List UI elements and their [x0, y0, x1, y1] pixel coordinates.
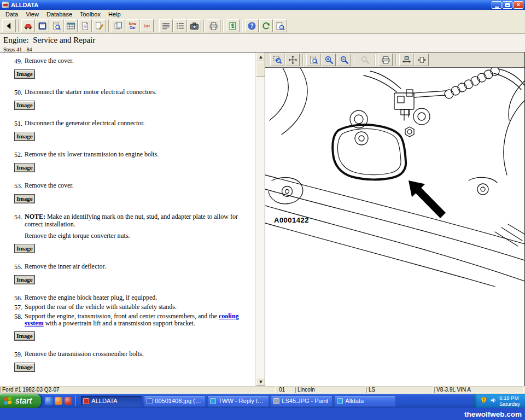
media-player-icon[interactable] — [55, 397, 62, 405]
zoom-page-icon[interactable] — [306, 54, 320, 66]
zoom-out-icon[interactable] — [337, 54, 351, 66]
note-label: NOTE: — [25, 213, 45, 220]
zoom-select-icon[interactable] — [270, 54, 284, 66]
zoom-in-icon[interactable] — [322, 54, 336, 66]
print-icon[interactable] — [207, 19, 220, 32]
show-desktop-icon[interactable] — [65, 397, 72, 405]
scroll-thumb[interactable] — [256, 62, 265, 77]
security-shield-icon[interactable] — [480, 396, 487, 406]
volume-icon[interactable] — [490, 396, 497, 406]
menu-database[interactable]: Database — [43, 10, 76, 18]
image-button[interactable]: Image — [14, 275, 35, 284]
page-subtitle: Steps 41 - 84 — [3, 46, 522, 52]
specifications-table-icon[interactable] — [64, 19, 78, 32]
watermark-text: thewolfweb.com — [464, 410, 522, 418]
app-icon — [2, 2, 9, 8]
step-text-segment: with a powertrain lift and a transmissio… — [44, 319, 195, 327]
toolbar-separator — [242, 20, 243, 32]
step-item: 53.Remove the cover. — [14, 182, 250, 190]
toolbar-separator — [302, 54, 304, 66]
maximize-button[interactable] — [503, 1, 512, 9]
status-make: Lincoln — [295, 387, 365, 393]
new-car-icon[interactable]: NewCar — [126, 19, 139, 32]
actual-size-icon[interactable] — [415, 54, 429, 66]
step-item: 50.Disconnect the starter motor electric… — [14, 89, 250, 97]
step-text-segment: Support the engine, transmission, front … — [25, 312, 219, 320]
status-bar: Ford #1 1982-03 Q2-0701LincolnLSV8-3.9L … — [0, 386, 525, 394]
pages-icon[interactable] — [112, 19, 125, 32]
figures-icon[interactable] — [188, 19, 201, 32]
notes-icon[interactable] — [92, 19, 106, 32]
image-button[interactable]: Image — [14, 132, 35, 141]
image-toolbar — [265, 52, 524, 68]
taskbar-tasks: ALLDATA00501408.jpg (JPEG ...TWW - Reply… — [79, 395, 396, 407]
step-text: Remove the transmission crossmember bolt… — [25, 351, 250, 359]
close-button[interactable]: × — [514, 1, 523, 9]
figure-number-label: A0001422 — [274, 216, 309, 224]
page-header: Engine: Service and Repair Steps 41 - 84 — [0, 34, 525, 52]
pan-icon[interactable] — [285, 54, 300, 66]
library-icon[interactable] — [36, 19, 49, 32]
minimize-button[interactable] — [492, 1, 501, 9]
document-icon[interactable] — [78, 19, 92, 32]
help-icon[interactable]: ? — [245, 19, 259, 32]
fit-width-icon[interactable] — [399, 54, 413, 66]
step-text-segment: Disconnect the generator electrical conn… — [25, 119, 145, 127]
step-number: 54. — [14, 213, 25, 229]
refresh-icon[interactable] — [259, 19, 273, 32]
image-button[interactable]: Image — [14, 331, 35, 341]
menu-view[interactable]: View — [22, 10, 43, 18]
internet-explorer-icon[interactable] — [45, 397, 52, 405]
menu-toolbox[interactable]: Toolbox — [76, 10, 104, 18]
image-button[interactable]: Image — [14, 101, 35, 110]
scroll-up-button[interactable] — [256, 52, 265, 61]
car-icon[interactable]: Car — [140, 19, 154, 32]
window-title: ALLDATA — [11, 2, 38, 8]
image-button[interactable]: Image — [14, 244, 35, 253]
start-button[interactable]: start — [0, 394, 41, 408]
image-button[interactable]: Image — [14, 69, 35, 79]
parts-labor-icon[interactable]: $ — [226, 19, 240, 32]
image-button[interactable]: Image — [14, 163, 35, 172]
content-area: 49.Remove the cover.Image50.Disconnect t… — [0, 52, 525, 386]
vehicle-select-icon[interactable] — [21, 19, 35, 32]
step-item: 56.Remove the engine block heater plug, … — [14, 294, 250, 302]
steps-list: 49.Remove the cover.Image50.Disconnect t… — [0, 52, 255, 386]
step-number: 51. — [14, 120, 25, 128]
search-document-icon[interactable] — [50, 19, 63, 32]
toolbar-separator — [203, 20, 205, 32]
task-button-5[interactable]: Alldata — [334, 395, 396, 407]
task-window-icon — [273, 398, 279, 404]
outline-view-icon[interactable] — [173, 19, 187, 32]
alldata-window: ALLDATA × DataViewDatabaseToolboxHelp Ne… — [0, 0, 525, 420]
task-button-3[interactable]: TWW - Reply to Topic... — [207, 395, 269, 407]
task-button-2[interactable]: 00501408.jpg (JPEG ... — [144, 395, 206, 407]
menu-help[interactable]: Help — [104, 10, 125, 18]
status-engine: V8-3.9L VIN A — [434, 387, 524, 393]
step-paragraph: Remove the eight torque converter nuts. — [25, 232, 250, 240]
step-text-segment: Make an identifying mark on the nut, stu… — [25, 213, 238, 228]
task-button-4[interactable]: LS45.JPG - Paint — [271, 395, 332, 407]
step-number: 53. — [14, 182, 25, 190]
quick-launch-bar — [41, 396, 79, 406]
task-button-1[interactable]: ALLDATA — [80, 395, 142, 407]
system-tray: 6:18 PM Saturday — [474, 394, 525, 408]
article-text-icon[interactable] — [159, 19, 173, 32]
toolbar-separator — [18, 20, 19, 32]
step-item: 58.Support the engine, transmission, fro… — [14, 313, 250, 328]
image-button[interactable]: Image — [14, 363, 35, 372]
back-icon[interactable] — [2, 19, 16, 32]
scrollbar-track[interactable] — [255, 52, 265, 386]
toolbar-separator — [223, 20, 224, 32]
menu-data[interactable]: Data — [2, 10, 22, 18]
image-button[interactable]: Image — [14, 194, 35, 203]
print-preview-icon[interactable] — [273, 19, 287, 32]
print-image-icon[interactable] — [378, 54, 393, 66]
article-panel: 49.Remove the cover.Image50.Disconnect t… — [0, 52, 265, 386]
step-number: 59. — [14, 351, 25, 359]
zoom-window-icon[interactable] — [358, 54, 372, 66]
scroll-down-button[interactable] — [256, 377, 265, 386]
page-title: Engine: Service and Repair — [3, 36, 522, 45]
step-text: Support the rear of the vehicle with sui… — [25, 304, 250, 312]
step-text: Remove the engine block heater plug, if … — [25, 294, 250, 302]
